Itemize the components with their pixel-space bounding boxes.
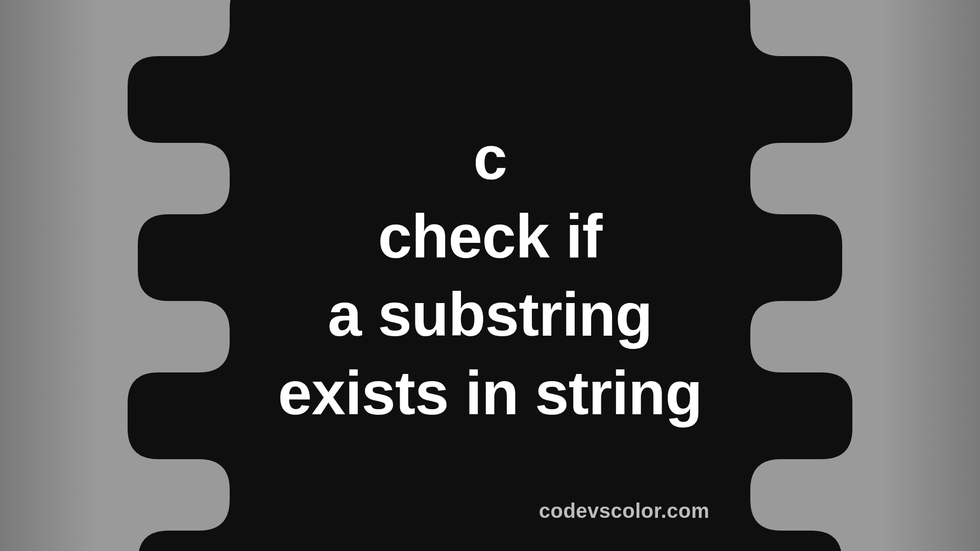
title-line-2: check if bbox=[0, 197, 980, 276]
watermark-text: codevscolor.com bbox=[539, 499, 709, 522]
title-line-3: a substring bbox=[0, 276, 980, 354]
title-line-1: c bbox=[0, 119, 980, 197]
hero-blob-container: c check if a substring exists in string … bbox=[0, 0, 980, 551]
title-block: c check if a substring exists in string bbox=[0, 119, 980, 432]
title-line-4: exists in string bbox=[0, 354, 980, 433]
